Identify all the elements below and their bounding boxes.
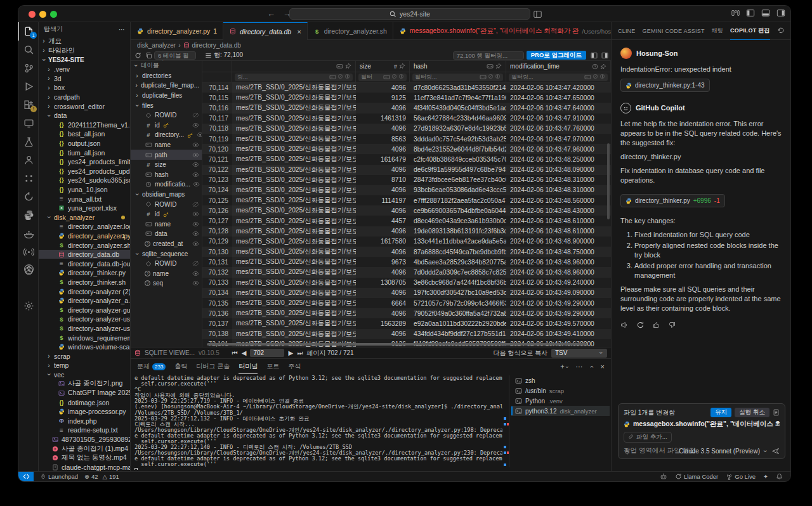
column-item[interactable]: ROWID: [131, 199, 202, 209]
minimize-traffic-light[interactable]: [39, 11, 46, 18]
filter-cell[interactable]: 링...: [232, 72, 356, 82]
row-filter-input[interactable]: 72,100 행 필터링...: [453, 51, 524, 60]
customize-layout-icon[interactable]: [731, 9, 740, 17]
tree-file[interactable]: {}yuna_10.json: [39, 185, 130, 195]
breadcrumb[interactable]: disk_analyzer › directory_data.db: [131, 40, 611, 50]
panel-split-icon[interactable]: [591, 52, 598, 59]
more-actions-icon[interactable]: ⋯: [576, 363, 583, 371]
column-item[interactable]: modificatio...: [131, 179, 202, 190]
tree-file[interactable]: {}output.json: [39, 139, 130, 148]
column-item[interactable]: #size: [131, 160, 202, 170]
page-input[interactable]: 702: [250, 349, 284, 357]
table-row[interactable]: 70,126mes/2TB_SSD/0_2025/신화동물접기/보도자료/리소.…: [202, 205, 611, 216]
maximize-panel-icon[interactable]: ›: [587, 364, 596, 369]
command-center-search[interactable]: yes24-site: [289, 8, 530, 20]
account-activity-icon[interactable]: [18, 260, 39, 278]
history-icon[interactable]: [790, 27, 791, 36]
tree-file[interactable]: {}best_all.json: [39, 129, 130, 139]
tree-folder[interactable]: ›crossword_editor: [39, 101, 130, 111]
terminal-output[interactable]: e default datetime adapter is deprecated…: [134, 375, 502, 470]
llama-coder-status[interactable]: Llama Coder: [675, 473, 718, 480]
table-item[interactable]: ›files: [131, 100, 202, 110]
chat-tab[interactable]: GEMINI CODE ASSIST: [643, 22, 705, 40]
tree-file[interactable]: {}yes24_products_updated.json: [39, 167, 130, 176]
table-item[interactable]: ›duplicate_files: [131, 91, 202, 101]
table-row[interactable]: 70,128mes/2TB_SSD/0_2025/신화동물접기/보도자료/리소.…: [202, 226, 611, 237]
table-row[interactable]: 70,114mes/2TB_SSD/0_2025/신화동물접기/보도자료/리소.…: [202, 82, 611, 93]
timeline-section[interactable]: › 타임라인: [39, 46, 130, 55]
table-row[interactable]: 70,136mes/2TB_SSD/0_2025/신화동물접기/보도자료/리소.…: [202, 308, 611, 318]
table-row[interactable]: 70,132mes/2TB_SSD/0_2025/신화동물접기/보도자료/리소.…: [202, 267, 611, 277]
continue-activity-icon[interactable]: [18, 188, 39, 206]
eye-icon[interactable]: [192, 161, 199, 168]
column-item[interactable]: ?name: [131, 268, 202, 278]
zoom-traffic-light[interactable]: [50, 11, 57, 18]
tree-file[interactable]: claude-chatgpt-mcp-main.zip: [39, 463, 130, 471]
eye-icon[interactable]: [192, 240, 199, 247]
tree-file[interactable]: {}yes24_sudoku365.json: [39, 176, 130, 185]
search-activity-icon[interactable]: [18, 41, 39, 59]
explorer-activity-icon[interactable]: 1: [18, 22, 39, 41]
next-page-icon[interactable]: ▶: [288, 349, 293, 356]
table-row[interactable]: 70,120mes/2TB_SSD/0_2025/신화동물접기/보도자료/리소.…: [202, 144, 611, 154]
panel-tab[interactable]: 주석: [288, 359, 301, 374]
eye-icon[interactable]: [193, 181, 200, 188]
table-row[interactable]: 70,115mes/2TB_SSD/0_2025/신화동물접기/보도자료/리소.…: [202, 93, 611, 103]
column-header[interactable]: [232, 61, 356, 72]
column-header[interactable]: size#: [356, 61, 410, 72]
changed-file-row[interactable]: messagebox.showinfo("완료", "데이터베이스 최적화가 완…: [624, 420, 780, 429]
read-aloud-icon[interactable]: [620, 321, 629, 329]
tree-folder[interactable]: ›.venv: [39, 65, 130, 74]
table-row[interactable]: 70,130mes/2TB_SSD/0_2025/신화동물접기/보도자료/리소.…: [202, 247, 611, 257]
column-item[interactable]: ?created_at: [131, 239, 202, 249]
table-row[interactable]: 70,124mes/2TB_SSD/0_2025/신화동물접기/보도자료/리소.…: [202, 185, 611, 195]
tree-file[interactable]: directory-analyzer (2).py: [39, 287, 130, 296]
table-row[interactable]: 70,116mes/2TB_SSD/0_2025/신화동물접기/보도자료/리소.…: [202, 103, 611, 113]
tree-file[interactable]: 사골 종이접기.png: [39, 379, 130, 389]
run-debug-activity-icon[interactable]: [18, 77, 39, 96]
tree-file[interactable]: $directory-analyzer-gui-usag...: [39, 305, 130, 315]
eye-icon[interactable]: [192, 171, 199, 178]
terminal-instance[interactable]: python3.12disk_analyzer: [511, 406, 610, 416]
remote-explorer-activity-icon[interactable]: [18, 114, 39, 133]
jupyter-activity-icon[interactable]: [18, 169, 39, 188]
table-row[interactable]: 70,129mes/2TB_SSD/0_2025/신화동물접기/보도자료/리소.…: [202, 237, 611, 247]
table-row[interactable]: 70,133mes/2TB_SSD/0_2025/신화동물접기/보도자료/리소.…: [202, 278, 611, 288]
settings-activity-icon[interactable]: [18, 297, 39, 315]
chat-tab[interactable]: CLINE: [618, 22, 636, 40]
back-icon[interactable]: ←: [267, 9, 275, 18]
toggle-secondary-sidebar-icon[interactable]: [776, 9, 785, 17]
column-item[interactable]: #id: [131, 209, 202, 219]
table-item[interactable]: ›sqlite_sequence: [131, 249, 202, 259]
chat-tab[interactable]: 채팅: [712, 22, 723, 40]
filter-cell[interactable]: 필터: [356, 72, 410, 82]
broadcast-activity-icon[interactable]: [18, 243, 39, 261]
tree-file[interactable]: ≡yuna_all.txt: [39, 194, 130, 204]
tree-file[interactable]: ≡directory_analyzer.log: [39, 222, 130, 231]
prev-page-icon[interactable]: ◀: [242, 349, 247, 356]
tree-folder[interactable]: ›temp: [39, 361, 130, 370]
tree-file[interactable]: ≡directory_data.db-journal: [39, 259, 130, 268]
eye-icon[interactable]: [192, 230, 199, 237]
launchpad-status[interactable]: Launchpad: [40, 473, 78, 480]
table-row[interactable]: 70,125mes/2TB_SSD/0_2025/신화동물접기/보도자료/리소.…: [202, 195, 611, 205]
eye-off-icon[interactable]: [192, 260, 199, 267]
file-diff-chip[interactable]: directory_thinker.py +6996 -1: [620, 194, 725, 207]
tree-file[interactable]: 제목 없는 동영상.mp4: [39, 453, 130, 463]
eye-off-icon[interactable]: [192, 112, 199, 119]
thumbs-down-icon[interactable]: [668, 321, 676, 329]
tree-file[interactable]: image-processor.py: [39, 407, 130, 417]
extensions-activity-icon[interactable]: !: [18, 96, 39, 114]
column-item[interactable]: path: [131, 150, 202, 160]
tree-file[interactable]: directory_analyzer.py1: [39, 231, 130, 241]
outline-section[interactable]: › 개요: [39, 36, 130, 46]
tree-file[interactable]: {}dotimage.json: [39, 398, 130, 407]
tree-file[interactable]: $windows_requirements.sh: [39, 333, 130, 342]
remote-indicator[interactable]: [18, 472, 34, 482]
column-item[interactable]: ROWID: [131, 110, 202, 120]
send-icon[interactable]: [771, 447, 780, 455]
problems-status[interactable]: ⊗ 42 △ 191: [84, 473, 119, 480]
workspace-root[interactable]: › YES24-SITE: [39, 55, 130, 65]
column-header[interactable]: modification_time: [506, 61, 611, 72]
terminal-instance[interactable]: /usr/binscrap: [511, 386, 610, 396]
